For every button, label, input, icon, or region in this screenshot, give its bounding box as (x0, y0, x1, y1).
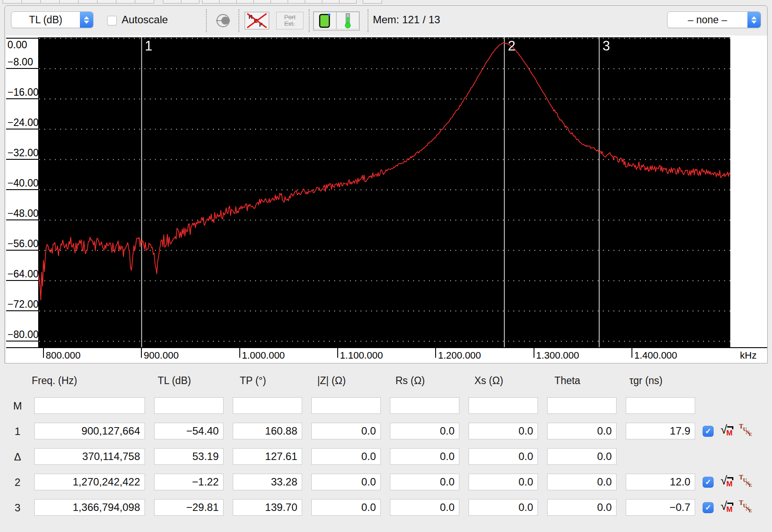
sqrt-marker-icon-3[interactable]: √M (721, 500, 738, 516)
cell-1-3[interactable] (311, 423, 381, 439)
y-tick-label: 0.00 (7, 39, 27, 51)
ref-delete-button[interactable]: R E F (245, 12, 269, 29)
cell-3-1[interactable] (154, 499, 224, 516)
cell-2-4[interactable] (390, 474, 459, 490)
top-strip-cell (97, 0, 116, 4)
top-strip-cell (40, 0, 60, 4)
top-strip-cell (116, 0, 135, 4)
marker-label-2[interactable]: 2 (508, 38, 515, 54)
top-strip-cell (163, 0, 181, 4)
tune-icon-3[interactable]: TUNE (739, 500, 755, 516)
cell-3-5[interactable] (469, 499, 538, 516)
cell-3-0[interactable] (34, 499, 145, 516)
cell-1-6[interactable] (547, 423, 617, 439)
x-tick-label: 1.100.000 (340, 350, 383, 361)
cell-Δ-3[interactable] (311, 448, 381, 465)
cell-M-4[interactable] (390, 397, 459, 414)
marker-enable-checkbox-2[interactable]: ✓ (703, 477, 714, 488)
marker-label-1[interactable]: 1 (145, 38, 152, 54)
tune-icon-1[interactable]: TUNE (739, 423, 755, 440)
marker-enable-checkbox-3[interactable]: ✓ (703, 502, 714, 513)
trace-format-value: TL (dB) (11, 12, 80, 28)
cell-2-0[interactable] (34, 474, 145, 490)
x-tick-label: 900.000 (144, 350, 179, 361)
cell-Δ-1[interactable] (154, 448, 224, 465)
top-strip-cell (181, 0, 199, 4)
top-strip-cell (322, 0, 339, 4)
y-tick-line (6, 310, 38, 311)
x-axis: 800.000900.0001.000.0001.100.0001.200.00… (6, 347, 767, 363)
cell-M-6[interactable] (547, 397, 617, 414)
x-tick-label: 1.300.000 (536, 350, 579, 361)
cell-2-1[interactable] (154, 474, 224, 490)
y-tick-label: −48.00 (7, 208, 39, 219)
cell-M-2[interactable] (233, 397, 302, 414)
tune-icon-2[interactable]: TUNE (739, 474, 755, 491)
top-strip-cell (305, 0, 322, 4)
marker-label-3[interactable]: 3 (602, 38, 610, 54)
x-tick-line (43, 348, 44, 358)
cell-Δ-0[interactable] (34, 448, 145, 465)
port-extension-button: Port Ext. (276, 12, 303, 29)
cell-1-1[interactable] (154, 423, 224, 439)
cell-1-4[interactable] (390, 423, 459, 439)
cell-M-5[interactable] (469, 397, 538, 414)
y-tick-line (6, 280, 38, 281)
x-tick-line (435, 348, 436, 358)
cell-Δ-6[interactable] (547, 448, 617, 465)
cell-3-4[interactable] (390, 499, 459, 516)
cell-2-6[interactable] (547, 474, 617, 490)
y-tick-label: −80.00 (7, 329, 39, 341)
row-label-M: M (8, 400, 27, 412)
cell-2-7[interactable] (626, 474, 695, 490)
cell-3-3[interactable] (311, 499, 381, 516)
cell-Δ-5[interactable] (469, 448, 538, 465)
cell-M-7[interactable] (626, 397, 695, 414)
column-header: |Z| (Ω) (305, 375, 358, 387)
x-tick-label: 1.000.000 (242, 350, 285, 361)
cell-Δ-2[interactable] (233, 448, 302, 465)
smith-chart-icon[interactable] (215, 12, 231, 29)
y-tick-line (6, 98, 38, 99)
trace-canvas[interactable] (38, 37, 730, 347)
select-stepper-icon[interactable] (747, 12, 761, 28)
cell-M-3[interactable] (311, 397, 381, 414)
cell-M-0[interactable] (34, 397, 145, 414)
x-tick-line (239, 348, 240, 358)
y-tick-label: −16.00 (7, 86, 39, 98)
y-tick-line (6, 250, 38, 251)
cell-3-7[interactable] (626, 499, 695, 516)
x-axis-unit: kHz (740, 350, 757, 361)
plot-area[interactable]: 123 (38, 37, 730, 347)
cell-1-2[interactable] (233, 423, 302, 439)
y-tick-line (6, 159, 38, 160)
cell-3-6[interactable] (547, 499, 617, 516)
temperature-button[interactable] (336, 12, 359, 29)
battery-button[interactable] (314, 12, 336, 29)
row-label-2: 2 (8, 476, 27, 489)
autoscale-checkbox[interactable] (107, 16, 117, 25)
port-ext-label: Port (284, 14, 296, 21)
cell-2-5[interactable] (469, 474, 538, 490)
cell-Δ-4[interactable] (390, 448, 459, 465)
x-tick-line (141, 348, 142, 358)
cell-2-3[interactable] (311, 474, 381, 490)
battery-icon (318, 13, 332, 29)
cell-1-0[interactable] (34, 423, 145, 439)
y-tick-label: −40.00 (7, 177, 39, 189)
sqrt-marker-icon-2[interactable]: √M (721, 474, 738, 491)
x-tick-label: 1.200.000 (438, 350, 481, 361)
cell-1-5[interactable] (469, 423, 538, 439)
cell-2-2[interactable] (233, 474, 302, 490)
marker-enable-checkbox-1[interactable]: ✓ (703, 426, 714, 437)
top-strip-cell (339, 0, 357, 4)
cell-1-7[interactable] (626, 423, 695, 439)
reference-trace-select[interactable]: – none – (667, 11, 761, 28)
top-strip-cell (22, 0, 41, 4)
toolbar-separator (368, 9, 368, 32)
trace-format-select[interactable]: TL (dB) (11, 11, 94, 28)
sqrt-marker-icon-1[interactable]: √M (721, 423, 738, 440)
select-stepper-icon[interactable] (80, 12, 93, 28)
cell-M-1[interactable] (154, 397, 224, 414)
cell-3-2[interactable] (233, 499, 302, 516)
